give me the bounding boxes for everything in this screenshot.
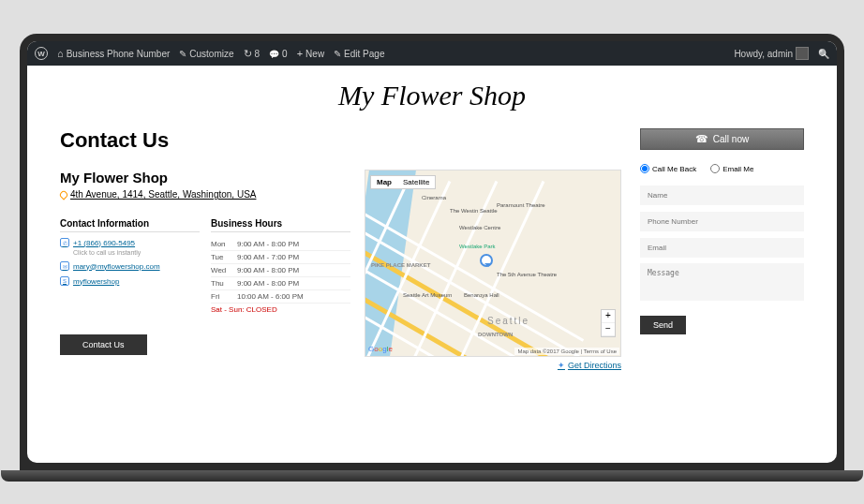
poi-pike: PIKE PLACE MARKET — [371, 262, 430, 268]
call-now-button[interactable]: Call now — [640, 128, 804, 150]
zoom-in[interactable]: + — [602, 310, 615, 323]
hours-row: Tue9:00 AM - 7:00 PM — [211, 251, 350, 264]
hours-row: Fri10:00 AM - 6:00 PM — [211, 290, 350, 304]
hours-heading: Business Hours — [211, 218, 350, 232]
poi-fifth: The 5th Avenue Theatre — [497, 272, 557, 277]
map-canvas: BELLTOWN Cinerama The Westin Seattle Par… — [365, 170, 620, 356]
refresh-icon — [244, 48, 252, 60]
map-attribution: Map data ©2017 Google | Terms of Use — [514, 348, 619, 355]
send-button[interactable]: Send — [640, 316, 686, 334]
wp-logo[interactable]: W — [35, 47, 48, 60]
account-link[interactable]: Howdy, admin — [734, 47, 809, 60]
laptop-frame: W Business Phone Number Customize 8 0 Ne… — [20, 34, 844, 470]
poi-downtown: DOWNTOWN — [478, 332, 513, 337]
phone-icon — [695, 133, 708, 145]
address-link[interactable]: 4th Avenue, 1414, Seattle, Washington, U… — [60, 189, 350, 200]
site-title: My Flower Shop — [60, 80, 804, 111]
hours-row: Mon9:00 AM - 8:00 PM — [211, 238, 350, 251]
poi-westin: The Westin Seattle — [450, 208, 498, 214]
hours-closed: Sat - Sun: CLOSED — [211, 304, 350, 316]
mail-icon: ✉ — [60, 261, 69, 271]
map-marker[interactable] — [480, 254, 493, 267]
pin-icon — [58, 189, 68, 200]
radio-email-me[interactable]: Email Me — [710, 164, 753, 173]
phone-input[interactable] — [640, 212, 804, 231]
google-logo: Google — [368, 345, 393, 353]
poi-seattle: Seattle — [487, 316, 529, 326]
customize-link[interactable]: Customize — [179, 49, 233, 59]
search-toggle[interactable] — [818, 49, 829, 59]
search-icon — [818, 49, 829, 59]
comments-link[interactable]: 0 — [269, 49, 288, 59]
hours-row: Thu9:00 AM - 8:00 PM — [211, 277, 350, 290]
directions-icon: ✦ — [558, 361, 565, 370]
get-directions-link[interactable]: ✦Get Directions — [365, 361, 621, 370]
plus-icon — [297, 48, 303, 59]
zoom-out[interactable]: − — [602, 323, 615, 336]
zoom-control: + − — [601, 309, 616, 337]
skype-icon: S — [60, 276, 69, 286]
poi-sam: Seattle Art Museum — [403, 292, 452, 298]
home-icon — [57, 48, 64, 59]
email-input[interactable] — [640, 238, 804, 258]
map[interactable]: BELLTOWN Cinerama The Westin Seattle Par… — [365, 170, 621, 357]
poi-westlake: Westlake Park — [459, 244, 496, 249]
email-link[interactable]: ✉mary@myflowershop.com — [60, 261, 200, 271]
click-to-call-hint: Click to call us instantly — [73, 249, 200, 256]
poi-westlakec: Westlake Centre — [459, 225, 500, 230]
phone-icon: ✆ — [60, 238, 69, 247]
name-input[interactable] — [640, 185, 804, 205]
poi-paramount: Paramount Theatre — [497, 202, 545, 208]
contact-info-heading: Contact Information — [60, 218, 200, 232]
page-title: Contact Us — [60, 128, 621, 153]
wp-admin-bar: W Business Phone Number Customize 8 0 Ne… — [27, 41, 837, 66]
hours-row: Wed9:00 AM - 8:00 PM — [211, 264, 350, 277]
map-tab-map[interactable]: Map — [371, 176, 397, 188]
comment-icon — [269, 49, 279, 59]
contact-us-button[interactable]: Contact Us — [60, 334, 147, 355]
avatar — [796, 47, 809, 60]
poi-cinerama: Cinerama — [422, 195, 446, 200]
shop-name: My Flower Shop — [60, 170, 350, 185]
screen: W Business Phone Number Customize 8 0 Ne… — [27, 41, 837, 463]
edit-page-link[interactable]: Edit Page — [334, 49, 384, 59]
pencil-icon — [334, 49, 341, 59]
message-input[interactable] — [640, 263, 804, 301]
phone-link[interactable]: ✆+1 (866) 690-5495 — [60, 238, 200, 247]
updates-link[interactable]: 8 — [244, 48, 261, 60]
skype-link[interactable]: Smyflowershop — [60, 276, 200, 286]
new-link[interactable]: New — [297, 48, 324, 59]
map-tab-satellite[interactable]: Satellite — [397, 176, 435, 188]
site-name-link[interactable]: Business Phone Number — [57, 48, 170, 59]
poi-benaroya: Benaroya Hall — [464, 292, 499, 298]
radio-call-me-back[interactable]: Call Me Back — [640, 164, 696, 173]
pencil-icon — [179, 49, 186, 59]
